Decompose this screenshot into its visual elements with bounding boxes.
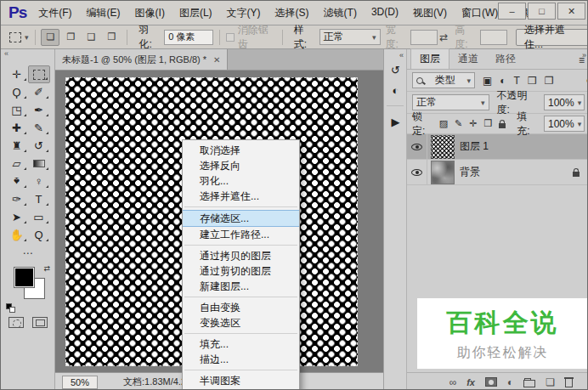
close-button[interactable]: ✕ [557,3,585,20]
menu-select[interactable]: 选择(S) [275,6,309,20]
menu-item-fill[interactable]: 填充... [183,336,299,352]
menu-item-halftone-pattern[interactable]: 半调图案 [183,373,299,388]
menu-view[interactable]: 视图(V) [413,6,447,20]
swap-dimensions-icon[interactable]: ⇄ [439,31,448,43]
subtract-from-selection-button[interactable]: ❑ [82,29,100,46]
layer-row-background[interactable]: 背景 [407,160,588,185]
brush-tool[interactable]: ✎ [28,119,50,137]
type-tool[interactable]: T [28,190,50,208]
panel-menu-icon[interactable]: ≡ [579,54,585,66]
new-layer-icon[interactable]: ❏ [546,376,555,388]
swap-colors-icon[interactable]: ⇄ [43,264,50,273]
expand-panels-icon[interactable]: « [384,49,406,59]
menu-filter[interactable]: 滤镜(T) [324,6,357,20]
filter-type-layers-icon[interactable]: T [514,75,520,87]
add-layer-mask-icon[interactable] [485,377,497,387]
new-group-icon[interactable] [523,380,535,387]
menu-item-select-and-mask[interactable]: 选择并遮住... [183,189,299,204]
hand-tool[interactable]: ✋ [6,226,28,244]
lock-all-icon[interactable] [499,123,506,128]
fill-select[interactable]: 100% ▾ [544,116,585,132]
menu-edit[interactable]: 编辑(E) [87,6,121,20]
edit-toolbar-icon[interactable]: ⋯ [1,247,54,259]
foreground-color-swatch[interactable] [14,268,34,287]
select-and-mask-button[interactable]: 选择并遮住... [516,29,588,46]
history-brush-tool[interactable]: ↺ [28,137,50,155]
background-thumbnail[interactable] [432,161,454,184]
rectangular-marquee-tool[interactable] [28,65,50,83]
menu-type[interactable]: 文字(Y) [227,6,261,20]
healing-brush-tool[interactable]: ✚ [6,119,28,137]
maximize-button[interactable]: □ [528,3,556,20]
menu-file[interactable]: 文件(F) [38,6,71,20]
menu-item-new-layer[interactable]: 新建图层... [183,279,299,294]
menu-item-save-selection[interactable]: 存储选区... [183,210,299,227]
tab-channels[interactable]: 通道 [449,49,487,69]
style-select[interactable]: 正常 ▾ [319,29,381,45]
intersect-selection-button[interactable]: ❒ [102,29,121,46]
actions-panel-icon[interactable]: ▶ [384,111,407,132]
history-panel-icon[interactable]: ↺ [384,59,407,80]
filter-pixel-layers-icon[interactable]: ▣ [483,75,492,87]
lasso-tool[interactable]: Ϙ [6,83,28,101]
screen-mode-button[interactable] [32,317,48,328]
visibility-cell[interactable] [407,160,427,184]
zoom-level-field[interactable]: 50% [62,376,98,389]
filter-adjustment-layers-icon[interactable]: ◐ [500,75,506,87]
add-to-selection-button[interactable]: ❐ [61,29,80,46]
path-selection-tool[interactable]: ➤ [6,208,28,226]
delete-layer-icon[interactable] [565,379,573,387]
menu-item-stroke[interactable]: 描边... [183,352,299,367]
zoom-tool[interactable]: Q [28,226,50,244]
menu-item-layer-via-cut[interactable]: 通过剪切的图层 [183,263,299,279]
menu-item-make-work-path[interactable]: 建立工作路径... [183,227,299,242]
gradient-tool[interactable] [28,155,50,172]
menu-item-feather[interactable]: 羽化... [183,173,299,189]
new-selection-button[interactable]: ❏ [41,29,59,46]
tab-paths[interactable]: 路径 [487,49,524,69]
menu-item-layer-via-copy[interactable]: 通过拷贝的图层 [183,248,299,263]
document-tab[interactable]: 未标题-1 @ 50% (图层 1, RGB/8) * ✕ [55,49,228,70]
width-input[interactable] [410,30,438,45]
menu-item-select-inverse[interactable]: 选择反向 [183,158,299,173]
filter-shape-layers-icon[interactable]: ❒ [528,75,537,87]
link-layers-icon[interactable]: ∞ [449,376,457,388]
menu-window[interactable]: 窗口(W) [461,6,498,20]
feather-input[interactable] [164,30,213,45]
lock-position-icon[interactable]: ✛ [469,118,477,129]
menu-layer[interactable]: 图层(L) [179,6,212,20]
tab-layers[interactable]: 图层 [410,48,449,69]
antialias-checkbox[interactable] [226,33,235,42]
eyedropper-tool[interactable]: ✒ [28,101,50,119]
opacity-select[interactable]: 100% ▾ [544,94,585,110]
tab-close-icon[interactable]: ✕ [213,55,220,65]
menu-3d[interactable]: 3D(D) [371,6,399,20]
minimize-button[interactable]: – [498,3,526,20]
blur-tool[interactable]: ♠ [6,172,28,190]
clone-stamp-tool[interactable]: ♜ [6,137,28,155]
layer-1-thumbnail[interactable] [432,136,454,158]
menu-image[interactable]: 图像(I) [135,6,165,20]
blend-mode-select[interactable]: 正常 ▾ [412,94,489,110]
move-tool[interactable]: ✛ [6,65,28,83]
quick-selection-tool[interactable]: ✐ [28,83,50,101]
menu-item-deselect[interactable]: 取消选择 [183,143,299,158]
height-input[interactable] [480,30,507,45]
menu-item-free-transform[interactable]: 自由变换 [183,300,299,315]
filter-smart-objects-icon[interactable]: ❐ [545,75,554,87]
toolbar-collapse-icon[interactable]: « [1,49,54,60]
eraser-tool[interactable]: ▱ [6,155,28,172]
menu-item-transform-selection[interactable]: 变换选区 [183,315,299,331]
dodge-tool[interactable]: ♀ [28,172,50,190]
rectangle-tool[interactable]: ▭ [28,208,50,226]
lock-image-icon[interactable]: ✎ [455,118,462,129]
lock-transparency-icon[interactable]: ▨ [439,118,448,129]
adjustment-layer-icon[interactable]: ◐ [507,376,513,388]
quick-mask-button[interactable] [8,317,24,328]
lock-artboard-icon[interactable]: ❒ [483,118,492,129]
pen-tool[interactable]: ✑ [6,190,28,208]
tool-preset-dropdown[interactable]: ▾ [9,32,29,42]
adjustments-panel-icon[interactable]: ◐ [384,80,407,100]
filter-type-select[interactable]: 类型 ▾ [412,72,475,88]
layer-row-layer-1[interactable]: 图层 1 [407,134,588,160]
